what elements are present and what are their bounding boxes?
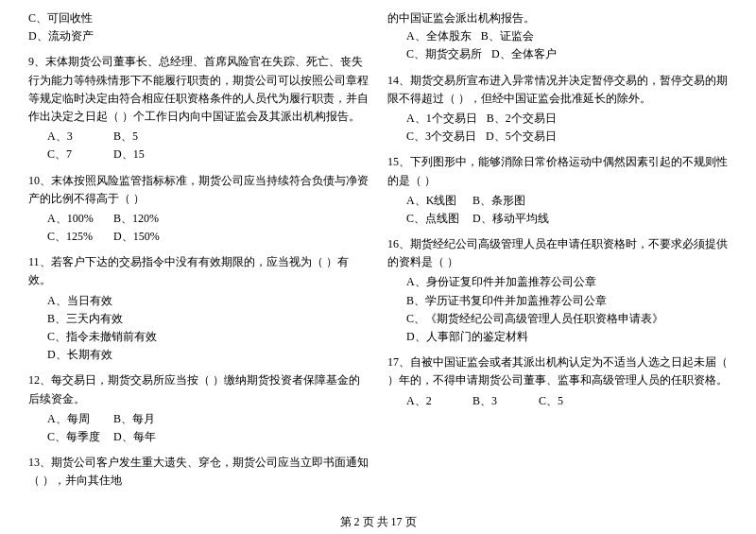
c-d-options: C、可回收性 D、流动资产 [28, 9, 369, 45]
q15-option-d: D、移动平均线 [472, 210, 549, 228]
q13-option-d: D、全体客户 [491, 45, 557, 63]
q15-option-a: A、K线图 [406, 192, 463, 210]
page-footer: 第 2 页 共 17 页 [28, 513, 728, 531]
q11-options: A、当日有效 B、三天内有效 C、指令未撤销前有效 D、长期有效 [28, 292, 369, 365]
q17-options: A、2 B、3 C、5 [387, 392, 728, 410]
q9-option-b: B、5 [113, 128, 170, 146]
question-16: 16、期货经纪公司高级管理人员在申请任职资格时，不要求必须提供的资料是（ ） A… [387, 235, 728, 346]
q16-option-c: C、《期货经纪公司高级管理人员任职资格申请表》 [406, 312, 663, 325]
q14-text: 14、期货交易所宣布进入异常情况并决定暂停交易的，暂停交易的期限不得超过（ ），… [387, 72, 728, 108]
left-column: C、可回收性 D、流动资产 9、末体期货公司董事长、总经理、首席风险官在失踪、死… [28, 9, 369, 498]
q13-option-b: B、证监会 [481, 27, 538, 45]
q11-option-a: A、当日有效 [47, 294, 112, 307]
q17-option-c: C、5 [539, 392, 595, 410]
q15-options: A、K线图 B、条形图 C、点线图 D、移动平均线 [387, 192, 728, 228]
q13-continuation: 的中国证监会派出机构报告。 A、全体股东 B、证监会 C、期货交易所 D、全体客… [387, 9, 728, 64]
q17-text: 17、自被中国证监会或者其派出机构认定为不适当人选之日起未届（ ）年的，不得申请… [387, 353, 728, 389]
option-d: D、流动资产 [28, 27, 369, 45]
question-15: 15、下列图形中，能够消除日常价格运动中偶然因素引起的不规则性的是（ ） A、K… [387, 153, 728, 228]
q12-text: 12、每交易日，期货交易所应当按（ ）缴纳期货投资者保障基金的后续资金。 [28, 371, 369, 407]
q17-option-a: A、2 [406, 392, 463, 410]
right-column: 的中国证监会派出机构报告。 A、全体股东 B、证监会 C、期货交易所 D、全体客… [387, 9, 728, 498]
q16-text: 16、期货经纪公司高级管理人员在申请任职资格时，不要求必须提供的资料是（ ） [387, 235, 728, 271]
q11-option-b: B、三天内有效 [47, 312, 123, 325]
question-9: 9、末体期货公司董事长、总经理、首席风险官在失踪、死亡、丧失行为能力等特殊情形下… [28, 53, 369, 164]
q16-option-b: B、学历证书复印件并加盖推荐公司公章 [406, 294, 607, 307]
q10-options: A、100% B、120% C、125% D、150% [28, 210, 369, 246]
q16-option-a: A、身份证复印件并加盖推荐公司公章 [406, 275, 596, 288]
page-number: 第 2 页 共 17 页 [340, 515, 417, 528]
q16-option-d: D、人事部门的鉴定材料 [406, 330, 528, 343]
q9-option-c: C、7 [47, 146, 104, 164]
q15-text: 15、下列图形中，能够消除日常价格运动中偶然因素引起的不规则性的是（ ） [387, 153, 728, 189]
q11-text: 11、若客户下达的交易指令中没有有效期限的，应当视为（ ）有效。 [28, 253, 369, 289]
q14-option-c: C、3个交易日 [406, 128, 476, 146]
q13-text: 13、期货公司客户发生重大遗失、穿仓，期货公司应当立即书面通知（ ），并向其住地 [28, 454, 369, 490]
q14-option-a: A、1个交易日 [406, 110, 477, 128]
q10-option-c: C、125% [47, 228, 104, 246]
question-11: 11、若客户下达的交易指令中没有有效期限的，应当视为（ ）有效。 A、当日有效 … [28, 253, 369, 364]
q10-option-d: D、150% [113, 228, 170, 246]
question-17: 17、自被中国证监会或者其派出机构认定为不适当人选之日起未届（ ）年的，不得申请… [387, 353, 728, 410]
q10-text: 10、末体按照风险监管指标标准，期货公司应当持续符合负债与净资产的比例不得高于（… [28, 172, 369, 208]
question-13: 13、期货公司客户发生重大遗失、穿仓，期货公司应当立即书面通知（ ），并向其住地 [28, 454, 369, 490]
q9-option-a: A、3 [47, 128, 104, 146]
q10-option-a: A、100% [47, 210, 104, 228]
q9-text: 9、末体期货公司董事长、总经理、首席风险官在失踪、死亡、丧失行为能力等特殊情形下… [28, 53, 369, 126]
q13-option-c: C、期货交易所 [406, 45, 482, 63]
option-c: C、可回收性 [28, 9, 369, 27]
question-10: 10、末体按照风险监管指标标准，期货公司应当持续符合负债与净资产的比例不得高于（… [28, 172, 369, 247]
q12-option-c: C、每季度 [47, 428, 104, 446]
q14-option-b: B、2个交易日 [487, 110, 557, 128]
q17-option-b: B、3 [472, 392, 529, 410]
question-14: 14、期货交易所宣布进入异常情况并决定暂停交易的，暂停交易的期限不得超过（ ），… [387, 72, 728, 146]
q11-option-d: D、长期有效 [47, 348, 112, 361]
q10-option-b: B、120% [113, 210, 170, 228]
q14-option-d: D、5个交易日 [486, 128, 557, 146]
q12-option-d: D、每年 [113, 428, 170, 446]
q13-intro: 的中国证监会派出机构报告。 [387, 9, 728, 27]
q11-option-c: C、指令未撤销前有效 [47, 330, 157, 343]
q13-option-a: A、全体股东 [406, 27, 472, 45]
q12-option-a: A、每周 [47, 410, 104, 428]
q15-option-b: B、条形图 [472, 192, 529, 210]
q13-cont-options: A、全体股东 B、证监会 C、期货交易所 D、全体客户 [387, 27, 728, 63]
q9-options: A、3 B、5 C、7 D、15 [28, 128, 369, 164]
q16-options: A、身份证复印件并加盖推荐公司公章 B、学历证书复印件并加盖推荐公司公章 C、《… [387, 273, 728, 346]
question-12: 12、每交易日，期货交易所应当按（ ）缴纳期货投资者保障基金的后续资金。 A、每… [28, 371, 369, 446]
q9-option-d: D、15 [113, 146, 170, 164]
q12-option-b: B、每月 [113, 410, 170, 428]
q14-options: A、1个交易日 B、2个交易日 C、3个交易日 D、5个交易日 [387, 110, 728, 146]
q12-options: A、每周 B、每月 C、每季度 D、每年 [28, 410, 369, 446]
q15-option-c: C、点线图 [406, 210, 463, 228]
